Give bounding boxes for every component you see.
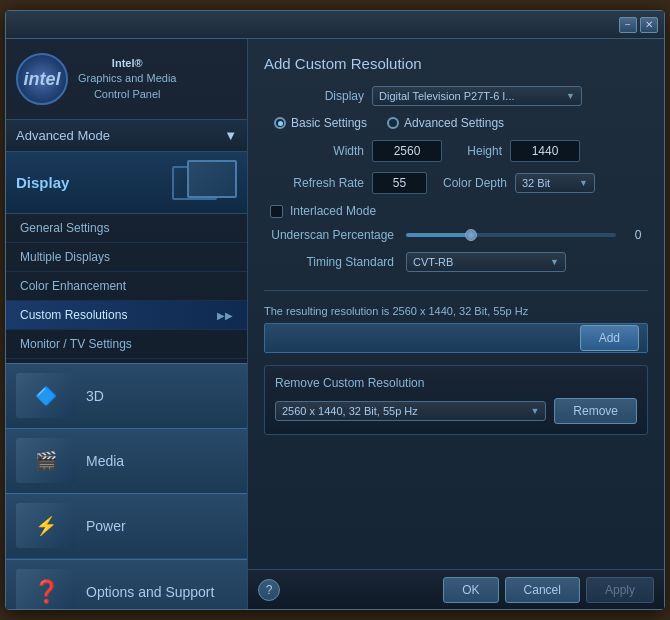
radio-advanced-label: Advanced Settings (404, 116, 504, 130)
height-input[interactable] (510, 140, 580, 162)
3d-icon: 🔷 (16, 373, 76, 418)
ok-button[interactable]: OK (443, 577, 498, 603)
sidebar-item-general-settings[interactable]: General Settings (6, 214, 247, 243)
nav-label: Color Enhancement (20, 279, 126, 293)
interlaced-checkbox[interactable] (270, 205, 283, 218)
remove-row: 2560 x 1440, 32 Bit, 55p Hz ▼ Remove (275, 398, 637, 424)
help-button[interactable]: ? (258, 579, 280, 601)
options-section: ❓ Options and Support (6, 558, 247, 609)
underscan-value: 0 (628, 228, 648, 242)
intel-logo: intel (16, 53, 68, 105)
radio-basic-circle (274, 117, 286, 129)
nav-label: Monitor / TV Settings (20, 337, 132, 351)
timing-label: Timing Standard (264, 255, 394, 269)
company-line1: Intel® (112, 57, 143, 69)
sidebar-section-power[interactable]: ⚡ Power (6, 493, 247, 558)
display-field-label: Display (264, 89, 364, 103)
power-icon: ⚡ (16, 503, 76, 548)
underscan-row: Underscan Percentage 0 (264, 228, 648, 242)
timing-row: Timing Standard CVT-RB ▼ (264, 252, 648, 272)
color-depth-label: Color Depth (427, 176, 507, 190)
display-select-value: Digital Television P27T-6 I... (379, 90, 515, 102)
nav-label: Multiple Displays (20, 250, 110, 264)
content-area: Add Custom Resolution Display Digital Te… (248, 39, 664, 569)
nav-label: General Settings (20, 221, 109, 235)
width-label: Width (264, 144, 364, 158)
media-label: Media (86, 453, 124, 469)
color-depth-arrow-icon: ▼ (579, 178, 588, 188)
sidebar-item-color-enhancement[interactable]: Color Enhancement (6, 272, 247, 301)
sidebar-item-custom-resolutions[interactable]: Custom Resolutions ▶▶ (6, 301, 247, 330)
sidebar-section-media[interactable]: 🎬 Media (6, 428, 247, 493)
logo-text: intel (23, 69, 60, 90)
nav-arrow-icon: ▶▶ (217, 310, 233, 321)
mode-selector[interactable]: Advanced Mode ▼ (6, 120, 247, 152)
timing-arrow-icon: ▼ (550, 257, 559, 267)
result-text: The resulting resolution is 2560 x 1440,… (264, 305, 648, 317)
sidebar-item-monitor-tv-settings[interactable]: Monitor / TV Settings (6, 330, 247, 359)
main-layout: intel Intel® Graphics and Media Control … (6, 39, 664, 609)
width-height-row: Width Height (264, 140, 648, 162)
bottom-bar: ? OK Cancel Apply (248, 569, 664, 609)
display-select-arrow-icon: ▼ (566, 91, 575, 101)
refresh-label: Refresh Rate (264, 176, 364, 190)
options-icon: ❓ (16, 569, 76, 609)
radio-basic-label: Basic Settings (291, 116, 367, 130)
radio-basic-settings[interactable]: Basic Settings (274, 116, 367, 130)
logo-area: intel Intel® Graphics and Media Control … (6, 39, 247, 120)
color-depth-select[interactable]: 32 Bit ▼ (515, 173, 595, 193)
page-title: Add Custom Resolution (264, 55, 648, 72)
options-label: Options and Support (86, 584, 214, 600)
mode-arrow-icon: ▼ (224, 128, 237, 143)
sidebar-section-3d[interactable]: 🔷 3D (6, 363, 247, 428)
color-depth-value: 32 Bit (522, 177, 550, 189)
nav-list: General Settings Multiple Displays Color… (6, 214, 247, 359)
timing-value: CVT-RB (413, 256, 453, 268)
company-line3: Control Panel (94, 88, 161, 100)
3d-label: 3D (86, 388, 104, 404)
interlaced-row: Interlaced Mode (270, 204, 648, 218)
apply-button[interactable]: Apply (586, 577, 654, 603)
remove-select-arrow-icon: ▼ (530, 406, 539, 416)
underscan-label: Underscan Percentage (264, 228, 394, 242)
cancel-button[interactable]: Cancel (505, 577, 580, 603)
display-icon (172, 160, 237, 205)
display-label: Display (16, 174, 172, 191)
nav-label: Custom Resolutions (20, 308, 127, 322)
power-label: Power (86, 518, 126, 534)
refresh-input[interactable] (372, 172, 427, 194)
separator-1 (264, 290, 648, 291)
add-button-row: Add (264, 323, 648, 353)
close-button[interactable]: ✕ (640, 17, 658, 33)
remove-section-title: Remove Custom Resolution (275, 376, 637, 390)
company-name: Intel® Graphics and Media Control Panel (78, 56, 176, 102)
radio-advanced-circle (387, 117, 399, 129)
title-bar: − ✕ (6, 11, 664, 39)
height-label: Height (442, 144, 502, 158)
company-line2: Graphics and Media (78, 72, 176, 84)
interlaced-label: Interlaced Mode (290, 204, 376, 218)
minimize-button[interactable]: − (619, 17, 637, 33)
display-row: Display Digital Television P27T-6 I... ▼ (264, 86, 648, 106)
sidebar-options-support[interactable]: ❓ Options and Support (6, 559, 247, 609)
main-window: − ✕ intel Intel® Graphics and Media Cont… (5, 10, 665, 610)
width-input[interactable] (372, 140, 442, 162)
display-select[interactable]: Digital Television P27T-6 I... ▼ (372, 86, 582, 106)
remove-section: Remove Custom Resolution 2560 x 1440, 32… (264, 365, 648, 435)
monitor-icon-front (187, 160, 237, 198)
mode-label: Advanced Mode (16, 128, 110, 143)
add-button[interactable]: Add (580, 325, 639, 351)
sidebar-item-multiple-displays[interactable]: Multiple Displays (6, 243, 247, 272)
remove-dropdown-value: 2560 x 1440, 32 Bit, 55p Hz (282, 405, 418, 417)
refresh-color-row: Refresh Rate Color Depth 32 Bit ▼ (264, 172, 648, 194)
radio-advanced-settings[interactable]: Advanced Settings (387, 116, 504, 130)
remove-resolution-select[interactable]: 2560 x 1440, 32 Bit, 55p Hz ▼ (275, 401, 546, 421)
display-section: Display (6, 152, 247, 214)
media-icon: 🎬 (16, 438, 76, 483)
timing-select[interactable]: CVT-RB ▼ (406, 252, 566, 272)
underscan-slider[interactable] (406, 233, 616, 237)
sidebar: intel Intel® Graphics and Media Control … (6, 39, 248, 609)
settings-mode-radio-group: Basic Settings Advanced Settings (274, 116, 648, 130)
slider-thumb (465, 229, 477, 241)
remove-button[interactable]: Remove (554, 398, 637, 424)
